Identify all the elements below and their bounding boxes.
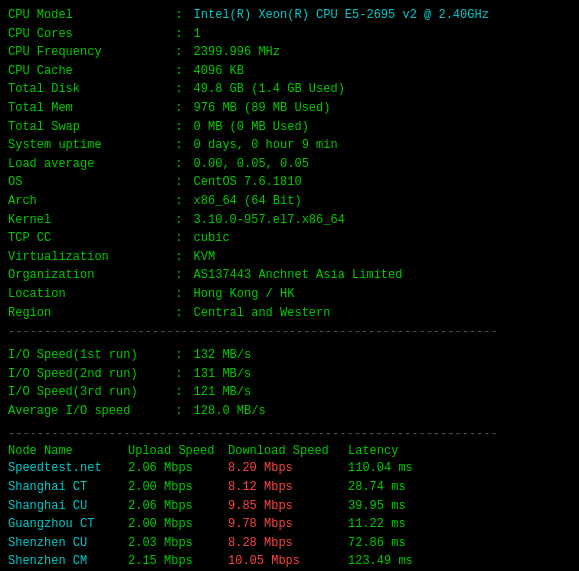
sysinfo-label: CPU Cores (8, 25, 168, 44)
sysinfo-label: Location (8, 285, 168, 304)
sysinfo-row: CPU Frequency : 2399.996 MHz (8, 43, 571, 62)
col-header-node: Node Name (8, 444, 128, 458)
io-value: 121 MB/s (194, 383, 252, 402)
sysinfo-value: Intel(R) Xeon(R) CPU E5-2695 v2 @ 2.40GH… (194, 6, 489, 25)
sysinfo-label: Organization (8, 266, 168, 285)
cell-latency: 28.74 ms (348, 478, 406, 497)
io-label: Average I/O speed (8, 402, 168, 421)
sysinfo-label: TCP CC (8, 229, 168, 248)
cell-download: 8.28 Mbps (228, 534, 348, 553)
sysinfo-value: 4096 KB (194, 62, 244, 81)
cell-node: Speedtest.net (8, 459, 128, 478)
cell-latency: 39.95 ms (348, 497, 406, 516)
table-row: Shenzhen CU2.03 Mbps8.28 Mbps72.86 ms (8, 534, 571, 553)
sysinfo-value: 0 MB (0 MB Used) (194, 118, 309, 137)
io-value: 131 MB/s (194, 365, 252, 384)
colon: : (168, 211, 190, 230)
sysinfo-row: Organization : AS137443 Anchnet Asia Lim… (8, 266, 571, 285)
sysinfo-label: OS (8, 173, 168, 192)
sysinfo-value: AS137443 Anchnet Asia Limited (194, 266, 403, 285)
colon: : (168, 43, 190, 62)
colon: : (168, 173, 190, 192)
sysinfo-row: Location : Hong Kong / HK (8, 285, 571, 304)
divider-1: ----------------------------------------… (8, 325, 571, 339)
table-header: Node Name Upload Speed Download Speed La… (8, 444, 571, 458)
sysinfo-row: TCP CC : cubic (8, 229, 571, 248)
cell-node: Shanghai CT (8, 478, 128, 497)
sysinfo-value: 2399.996 MHz (194, 43, 280, 62)
colon: : (168, 266, 190, 285)
terminal-output: CPU Model : Intel(R) Xeon(R) CPU E5-2695… (8, 6, 571, 571)
sysinfo-section: CPU Model : Intel(R) Xeon(R) CPU E5-2695… (8, 6, 571, 322)
sysinfo-label: Load average (8, 155, 168, 174)
cell-node: Shenzhen CU (8, 534, 128, 553)
colon: : (168, 80, 190, 99)
colon: : (168, 383, 190, 402)
io-value: 132 MB/s (194, 346, 252, 365)
cell-upload: 2.06 Mbps (128, 497, 228, 516)
sysinfo-value: 0.00, 0.05, 0.05 (194, 155, 309, 174)
io-row: Average I/O speed : 128.0 MB/s (8, 402, 571, 421)
colon: : (168, 285, 190, 304)
cell-download: 9.85 Mbps (228, 497, 348, 516)
colon: : (168, 304, 190, 323)
cell-node: Shanghai CU (8, 497, 128, 516)
sysinfo-label: Total Swap (8, 118, 168, 137)
sysinfo-value: 49.8 GB (1.4 GB Used) (194, 80, 345, 99)
io-row: I/O Speed(1st run) : 132 MB/s (8, 346, 571, 365)
colon: : (168, 25, 190, 44)
colon: : (168, 248, 190, 267)
sysinfo-value: Central and Western (194, 304, 331, 323)
col-header-latency: Latency (348, 444, 398, 458)
sysinfo-row: Region : Central and Western (8, 304, 571, 323)
sysinfo-row: CPU Model : Intel(R) Xeon(R) CPU E5-2695… (8, 6, 571, 25)
sysinfo-value: Hong Kong / HK (194, 285, 295, 304)
sysinfo-row: CPU Cache : 4096 KB (8, 62, 571, 81)
sysinfo-row: System uptime : 0 days, 0 hour 9 min (8, 136, 571, 155)
cell-upload: 2.15 Mbps (128, 552, 228, 571)
table-row: Shenzhen CM2.15 Mbps10.05 Mbps123.49 ms (8, 552, 571, 571)
sysinfo-label: Kernel (8, 211, 168, 230)
table-rows: Speedtest.net2.06 Mbps8.20 Mbps110.04 ms… (8, 459, 571, 571)
colon: : (168, 402, 190, 421)
cell-latency: 11.22 ms (348, 515, 406, 534)
sysinfo-value: 0 days, 0 hour 9 min (194, 136, 338, 155)
table-row: Shanghai CU2.06 Mbps9.85 Mbps39.95 ms (8, 497, 571, 516)
sysinfo-row: OS : CentOS 7.6.1810 (8, 173, 571, 192)
colon: : (168, 346, 190, 365)
sysinfo-label: Total Mem (8, 99, 168, 118)
sysinfo-label: CPU Model (8, 6, 168, 25)
sysinfo-value: x86_64 (64 Bit) (194, 192, 302, 211)
sysinfo-row: Virtualization : KVM (8, 248, 571, 267)
cell-upload: 2.00 Mbps (128, 515, 228, 534)
colon: : (168, 365, 190, 384)
sysinfo-row: Kernel : 3.10.0-957.el7.x86_64 (8, 211, 571, 230)
colon: : (168, 62, 190, 81)
io-section: I/O Speed(1st run) : 132 MB/sI/O Speed(2… (8, 342, 571, 424)
sysinfo-row: Total Swap : 0 MB (0 MB Used) (8, 118, 571, 137)
sysinfo-value: CentOS 7.6.1810 (194, 173, 302, 192)
sysinfo-value: 1 (194, 25, 201, 44)
table-row: Guangzhou CT2.00 Mbps9.78 Mbps11.22 ms (8, 515, 571, 534)
cell-upload: 2.03 Mbps (128, 534, 228, 553)
sysinfo-value: 3.10.0-957.el7.x86_64 (194, 211, 345, 230)
sysinfo-label: Region (8, 304, 168, 323)
colon: : (168, 99, 190, 118)
io-row: I/O Speed(3rd run) : 121 MB/s (8, 383, 571, 402)
colon: : (168, 136, 190, 155)
io-label: I/O Speed(3rd run) (8, 383, 168, 402)
divider-2: ----------------------------------------… (8, 427, 571, 441)
table-row: Speedtest.net2.06 Mbps8.20 Mbps110.04 ms (8, 459, 571, 478)
colon: : (168, 155, 190, 174)
cell-download: 8.20 Mbps (228, 459, 348, 478)
cell-node: Guangzhou CT (8, 515, 128, 534)
cell-latency: 123.49 ms (348, 552, 413, 571)
colon: : (168, 192, 190, 211)
sysinfo-label: CPU Frequency (8, 43, 168, 62)
cell-latency: 110.04 ms (348, 459, 413, 478)
sysinfo-row: Total Disk : 49.8 GB (1.4 GB Used) (8, 80, 571, 99)
sysinfo-value: 976 MB (89 MB Used) (194, 99, 331, 118)
col-header-download: Download Speed (228, 444, 348, 458)
sysinfo-value: cubic (194, 229, 230, 248)
sysinfo-label: Arch (8, 192, 168, 211)
